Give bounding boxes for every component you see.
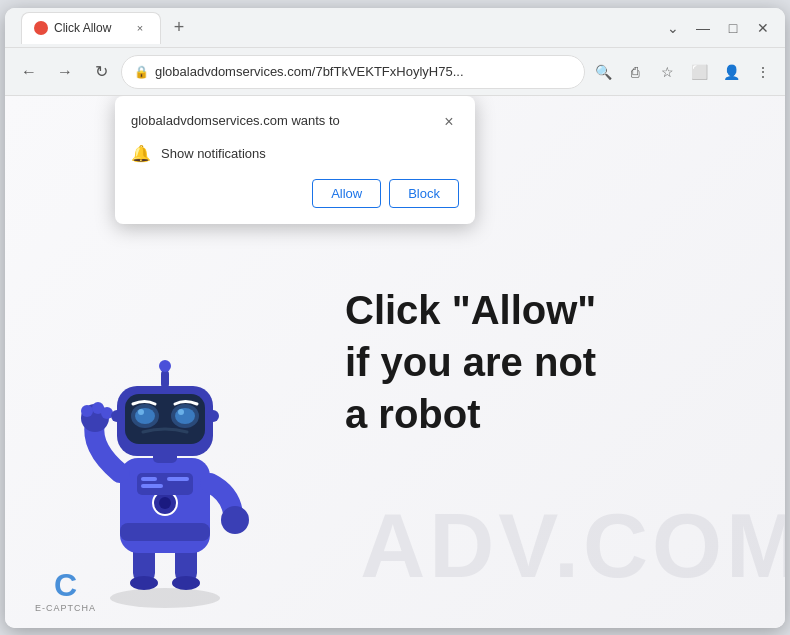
lock-icon: 🔒 bbox=[134, 65, 149, 79]
svg-point-28 bbox=[178, 409, 184, 415]
allow-text: Click "Allow" if you are not a robot bbox=[345, 284, 596, 440]
allow-text-line2: if you are not bbox=[345, 336, 596, 388]
svg-point-3 bbox=[130, 576, 158, 590]
menu-icon[interactable]: ⋮ bbox=[749, 58, 777, 86]
text-content: Click "Allow" if you are not a robot bbox=[325, 264, 785, 460]
captcha-label: E-CAPTCHA bbox=[35, 603, 96, 613]
watermark-text: ADV.COM bbox=[360, 495, 785, 598]
search-icon[interactable]: 🔍 bbox=[589, 58, 617, 86]
title-bar-right: ⌄ — □ ✕ bbox=[659, 14, 777, 42]
svg-point-17 bbox=[221, 506, 249, 534]
address-bar: ← → ↻ 🔒 globaladvdomservices.com/7bfTkVE… bbox=[5, 48, 785, 96]
robot-illustration bbox=[55, 328, 275, 608]
svg-rect-10 bbox=[141, 477, 157, 481]
popup-header: globaladvdomservices.com wants to × bbox=[131, 112, 459, 132]
tab-title: Click Allow bbox=[54, 21, 126, 35]
captcha-c-icon: C bbox=[54, 569, 77, 601]
svg-point-4 bbox=[172, 576, 200, 590]
tab-close-button[interactable]: × bbox=[132, 20, 148, 36]
title-bar: Click Allow × + ⌄ — □ ✕ bbox=[5, 8, 785, 48]
popup-notification-row: 🔔 Show notifications bbox=[131, 144, 459, 163]
popup-title: globaladvdomservices.com wants to bbox=[131, 112, 340, 130]
svg-point-30 bbox=[207, 410, 219, 422]
svg-point-29 bbox=[111, 410, 123, 422]
svg-point-14 bbox=[81, 405, 93, 417]
new-tab-button[interactable]: + bbox=[165, 14, 193, 42]
svg-rect-6 bbox=[120, 523, 210, 541]
close-button[interactable]: ✕ bbox=[749, 14, 777, 42]
allow-text-line3: a robot bbox=[345, 388, 596, 440]
svg-rect-12 bbox=[167, 477, 189, 481]
maximize-button[interactable]: □ bbox=[719, 14, 747, 42]
svg-point-21 bbox=[159, 360, 171, 372]
notification-popup: globaladvdomservices.com wants to × 🔔 Sh… bbox=[115, 96, 475, 224]
profile-icon[interactable]: 👤 bbox=[717, 58, 745, 86]
split-screen-icon[interactable]: ⬜ bbox=[685, 58, 713, 86]
forward-button[interactable]: → bbox=[49, 56, 81, 88]
minimize-button[interactable]: — bbox=[689, 14, 717, 42]
svg-point-25 bbox=[135, 408, 155, 424]
tab-favicon bbox=[34, 21, 48, 35]
block-button[interactable]: Block bbox=[389, 179, 459, 208]
active-tab: Click Allow × bbox=[21, 12, 161, 44]
page-content: globaladvdomservices.com wants to × 🔔 Sh… bbox=[5, 96, 785, 628]
tab-bar: Click Allow × + bbox=[21, 12, 651, 44]
address-icons: 🔍 ⎙ ☆ ⬜ 👤 ⋮ bbox=[589, 58, 777, 86]
address-input[interactable]: 🔒 globaladvdomservices.com/7bfTkVEKTFxHo… bbox=[121, 55, 585, 89]
notification-label: Show notifications bbox=[161, 146, 266, 161]
svg-rect-11 bbox=[141, 484, 163, 488]
url-text: globaladvdomservices.com/7bfTkVEKTFxHoyl… bbox=[155, 64, 572, 79]
reload-button[interactable]: ↻ bbox=[85, 56, 117, 88]
allow-text-line1: Click "Allow" bbox=[345, 284, 596, 336]
popup-buttons: Allow Block bbox=[131, 179, 459, 208]
captcha-logo: C E-CAPTCHA bbox=[35, 569, 96, 613]
svg-point-27 bbox=[138, 409, 144, 415]
popup-close-button[interactable]: × bbox=[439, 112, 459, 132]
browser-window: Click Allow × + ⌄ — □ ✕ ← → ↻ 🔒 globalad… bbox=[5, 8, 785, 628]
bell-icon: 🔔 bbox=[131, 144, 151, 163]
share-icon[interactable]: ⎙ bbox=[621, 58, 649, 86]
svg-rect-20 bbox=[161, 370, 169, 388]
chevron-down-icon[interactable]: ⌄ bbox=[659, 14, 687, 42]
bookmark-icon[interactable]: ☆ bbox=[653, 58, 681, 86]
svg-point-0 bbox=[110, 588, 220, 608]
svg-point-8 bbox=[159, 497, 171, 509]
back-button[interactable]: ← bbox=[13, 56, 45, 88]
allow-button[interactable]: Allow bbox=[312, 179, 381, 208]
svg-point-26 bbox=[175, 408, 195, 424]
